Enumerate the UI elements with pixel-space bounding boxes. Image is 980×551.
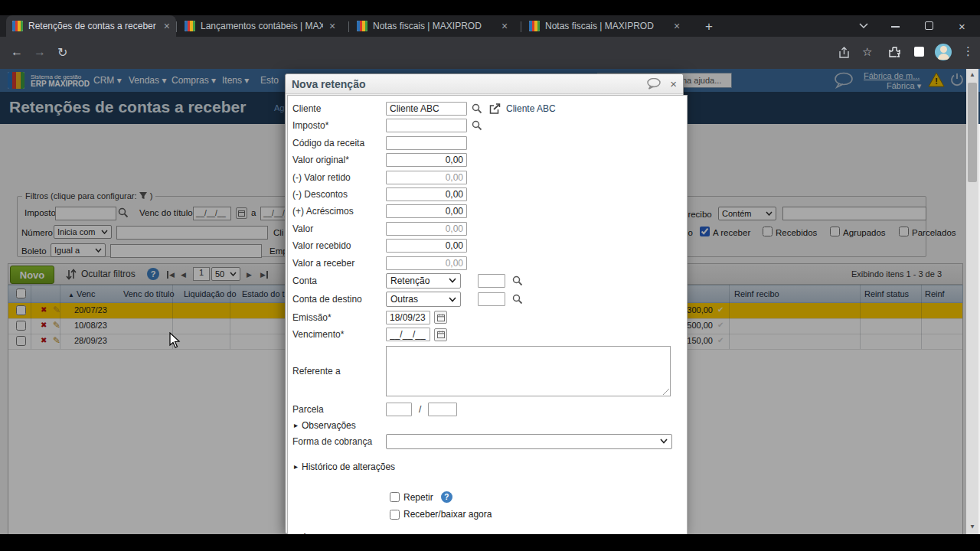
nova-retencao-dialog: Nova retenção × Cliente Cliente ABC Impo… <box>285 73 684 534</box>
field-imposto: Imposto* <box>292 119 687 132</box>
window-chevron-icon[interactable] <box>859 23 868 29</box>
close-tab-icon[interactable]: × <box>674 20 680 32</box>
window-minimize-icon[interactable] <box>891 26 900 28</box>
resize-grip[interactable] <box>663 389 669 395</box>
valor-recebido-label: Valor recebido <box>292 240 386 251</box>
conta-label: Conta <box>292 276 386 286</box>
field-valor-recebido: Valor recebido <box>292 239 687 253</box>
help-icon[interactable]: ? <box>441 491 452 503</box>
new-tab-button[interactable]: + <box>705 20 713 33</box>
receber-baixar-checkbox[interactable] <box>390 510 400 520</box>
observacoes-toggle[interactable]: ▸ Observações <box>294 420 687 431</box>
forward-icon[interactable]: → <box>34 45 46 59</box>
page-vscrollbar[interactable]: ▲ ▲ <box>966 69 978 534</box>
codigo-receita-label: Código da receita <box>292 138 386 148</box>
collapse-arrow-icon: ▸ <box>294 421 298 429</box>
reload-icon[interactable]: ↻ <box>57 45 67 60</box>
search-icon[interactable] <box>472 103 482 114</box>
vscroll-thumb[interactable] <box>968 83 977 182</box>
chevron-down-icon <box>449 297 456 302</box>
vencimento-input[interactable] <box>386 328 430 341</box>
field-cliente: Cliente Cliente ABC <box>292 102 687 116</box>
search-icon[interactable] <box>512 276 523 286</box>
tab-title: Lançamentos contábeis | MAXIPR <box>201 21 323 31</box>
dialog-titlebar[interactable]: Nova retenção × <box>286 74 683 94</box>
codigo-receita-input[interactable] <box>386 136 467 150</box>
browser-tab-4[interactable]: Notas fiscais | MAXIPROD × <box>523 15 691 37</box>
share-icon[interactable] <box>838 47 851 59</box>
descontos-input[interactable] <box>386 187 467 201</box>
emissao-input[interactable] <box>386 311 430 324</box>
close-tab-icon[interactable]: × <box>329 20 335 32</box>
emissao-label: Emissão* <box>292 312 386 323</box>
repetir-checkbox[interactable] <box>390 492 400 502</box>
tab-title: Retenções de contas a receber | <box>28 21 158 31</box>
field-conta: Conta Retenção <box>292 273 687 289</box>
valor-retido-label: (-) Valor retido <box>292 172 386 183</box>
parcela-num-input[interactable] <box>386 403 412 416</box>
close-tab-icon[interactable]: × <box>164 20 170 32</box>
forma-cobranca-select[interactable] <box>386 434 672 449</box>
imposto-input[interactable] <box>386 119 467 132</box>
scroll-up-icon[interactable]: ▲ <box>969 71 975 78</box>
back-icon[interactable]: ← <box>11 45 23 59</box>
parcela-total-input[interactable] <box>428 403 457 416</box>
observacoes-label: Observações <box>302 420 356 431</box>
dialog-chat-icon[interactable] <box>647 78 662 90</box>
extensions-icon[interactable] <box>888 46 901 59</box>
browser-tab-1[interactable]: Retenções de contas a receber | × <box>6 15 176 37</box>
screenshot: Retenções de contas a receber | × Lançam… <box>0 0 980 551</box>
valor-input <box>386 222 467 236</box>
scroll-down-icon[interactable]: ▲ <box>969 523 975 530</box>
search-icon[interactable] <box>472 120 482 131</box>
mouse-cursor <box>169 332 181 349</box>
descontos-label: (-) Descontos <box>292 189 386 200</box>
tab-title: Notas fiscais | MAXIPROD <box>545 21 668 31</box>
profile-avatar[interactable] <box>935 44 952 60</box>
field-repetir: Repetir ? <box>390 491 687 504</box>
field-vencimento: Vencimento* <box>292 328 687 341</box>
conta-select[interactable]: Retenção <box>386 273 461 289</box>
acrescimos-input[interactable] <box>386 204 467 218</box>
valor-original-input[interactable] <box>386 153 467 167</box>
dialog-title: Nova retenção <box>292 78 647 90</box>
sidebar-icon[interactable] <box>914 47 924 57</box>
vencimento-label: Vencimento* <box>292 329 386 340</box>
receber-baixar-label: Receber/baixar agora <box>403 509 492 520</box>
field-valor-original: Valor original* <box>292 153 687 167</box>
window-restore-icon[interactable] <box>925 21 933 30</box>
valor-a-receber-input <box>386 256 467 270</box>
conta-destino-select[interactable]: Outras <box>386 292 461 307</box>
valor-recebido-input[interactable] <box>386 239 467 253</box>
maxiprod-favicon <box>529 21 540 31</box>
field-valor-a-receber: Valor a receber <box>292 256 687 270</box>
search-icon[interactable] <box>512 294 523 305</box>
forma-cobranca-label: Forma de cobrança <box>292 436 386 447</box>
field-parcela: Parcela / <box>292 403 687 416</box>
conta-destino-codigo-input[interactable] <box>478 292 505 306</box>
parcela-separator: / <box>419 404 421 415</box>
calendar-icon[interactable] <box>434 328 447 341</box>
historico-toggle[interactable]: ▸ Histórico de alterações <box>294 461 687 472</box>
calendar-icon[interactable] <box>434 311 447 324</box>
letterbox-bottom <box>0 534 980 551</box>
acrescimos-label: (+) Acréscimos <box>292 206 386 217</box>
browser-tab-2[interactable]: Lançamentos contábeis | MAXIPR × <box>178 15 347 37</box>
browser-tab-3[interactable]: Notas fiscais | MAXIPROD × <box>351 15 519 37</box>
dialog-close-icon[interactable]: × <box>670 77 677 90</box>
cliente-input[interactable] <box>386 102 467 116</box>
window-close-icon[interactable]: × <box>959 20 965 33</box>
conta-codigo-input[interactable] <box>478 274 505 288</box>
referente-textarea[interactable] <box>386 346 671 396</box>
browser-menu-icon[interactable]: ⋮ <box>962 44 974 58</box>
letterbox-top <box>0 0 980 15</box>
close-tab-icon[interactable]: × <box>501 20 508 32</box>
field-valor: Valor <box>292 222 687 236</box>
valor-a-receber-label: Valor a receber <box>292 258 386 269</box>
valor-retido-input <box>386 171 467 184</box>
tab-separator <box>176 21 177 32</box>
bookmark-star-icon[interactable]: ☆ <box>862 45 872 59</box>
cliente-link[interactable]: Cliente ABC <box>506 103 556 114</box>
maxiprod-favicon <box>185 21 195 31</box>
open-external-icon[interactable] <box>489 103 501 114</box>
